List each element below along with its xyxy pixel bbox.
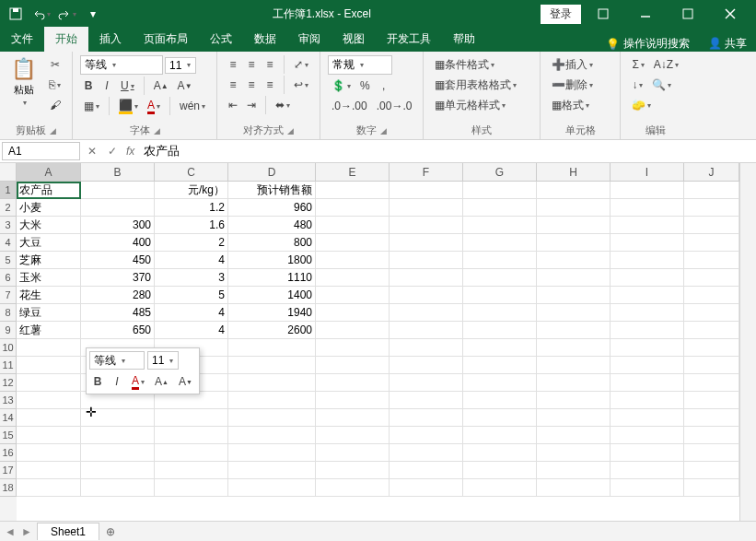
- increase-indent-icon[interactable]: ⇥: [243, 96, 260, 114]
- cell[interactable]: [463, 374, 537, 392]
- cell[interactable]: [684, 322, 739, 339]
- cell[interactable]: [316, 339, 390, 357]
- tab-开发工具[interactable]: 开发工具: [376, 27, 442, 52]
- cell[interactable]: [684, 269, 739, 287]
- phonetic-icon[interactable]: wén▾: [176, 97, 209, 115]
- chevron-right-icon[interactable]: ►: [21, 525, 32, 538]
- select-all-corner[interactable]: [0, 163, 17, 182]
- cell[interactable]: [537, 234, 611, 252]
- cell[interactable]: 芝麻: [17, 252, 81, 269]
- cell[interactable]: [390, 304, 463, 322]
- cell[interactable]: [684, 217, 739, 234]
- cell[interactable]: [463, 199, 537, 217]
- cell[interactable]: [463, 252, 537, 269]
- cell[interactable]: [390, 444, 463, 462]
- cell[interactable]: [228, 409, 316, 427]
- sort-filter-icon[interactable]: A↓Z▾: [650, 55, 682, 74]
- font-size-combo[interactable]: 11▾: [165, 57, 196, 74]
- cell[interactable]: [390, 339, 463, 357]
- cell[interactable]: [463, 304, 537, 322]
- cell[interactable]: 960: [228, 199, 316, 217]
- borders-icon[interactable]: ▦▾: [80, 97, 103, 115]
- tab-审阅[interactable]: 审阅: [287, 27, 331, 52]
- cell[interactable]: [316, 357, 390, 374]
- worksheet-grid[interactable]: ABCDEFGHIJ 123456789101112131415161718 农…: [0, 163, 739, 521]
- cell[interactable]: [611, 217, 684, 234]
- cell[interactable]: 大豆: [17, 234, 81, 252]
- row-header[interactable]: 18: [0, 479, 17, 497]
- cell[interactable]: [684, 392, 739, 409]
- mini-italic-button[interactable]: I: [109, 372, 125, 391]
- align-left-icon[interactable]: ≡: [225, 76, 241, 94]
- align-center-icon[interactable]: ≡: [243, 76, 260, 94]
- mini-shrink-font-icon[interactable]: A▼: [175, 372, 196, 391]
- cell-styles-button[interactable]: ▦ 单元格样式▾: [431, 96, 532, 114]
- cell[interactable]: [684, 357, 739, 374]
- cell[interactable]: [81, 479, 155, 497]
- cell[interactable]: 红薯: [17, 322, 81, 339]
- cell[interactable]: [463, 234, 537, 252]
- column-header[interactable]: I: [611, 163, 684, 182]
- mini-size-combo[interactable]: 11▾: [147, 351, 179, 370]
- format-painter-icon[interactable]: 🖌: [45, 96, 64, 114]
- cell[interactable]: 400: [81, 234, 155, 252]
- cell[interactable]: [228, 444, 316, 462]
- column-header[interactable]: G: [463, 163, 537, 182]
- cell[interactable]: [684, 182, 739, 199]
- cell[interactable]: 2: [155, 234, 228, 252]
- cell[interactable]: [463, 444, 537, 462]
- cell[interactable]: [684, 479, 739, 497]
- cell[interactable]: [155, 444, 228, 462]
- clear-icon[interactable]: 🧽▾: [628, 96, 655, 114]
- cell[interactable]: 2600: [228, 322, 316, 339]
- wrap-text-icon[interactable]: ↩▾: [290, 76, 312, 94]
- mini-grow-font-icon[interactable]: A▲: [151, 372, 172, 391]
- row-header[interactable]: 17: [0, 462, 17, 479]
- row-header[interactable]: 16: [0, 444, 17, 462]
- close-icon[interactable]: [710, 0, 750, 28]
- shrink-font-icon[interactable]: A▼: [174, 76, 196, 95]
- row-header[interactable]: 4: [0, 234, 17, 252]
- mini-bold-button[interactable]: B: [89, 372, 106, 391]
- cell[interactable]: [537, 269, 611, 287]
- cell[interactable]: [17, 444, 81, 462]
- column-header[interactable]: C: [155, 163, 228, 182]
- cell[interactable]: [537, 444, 611, 462]
- cell[interactable]: [17, 409, 81, 427]
- cell[interactable]: [537, 427, 611, 444]
- cell[interactable]: [463, 339, 537, 357]
- cell[interactable]: [316, 252, 390, 269]
- cell[interactable]: [463, 479, 537, 497]
- cell[interactable]: [390, 462, 463, 479]
- align-top-icon[interactable]: ≡: [225, 55, 241, 74]
- cell[interactable]: [537, 252, 611, 269]
- cancel-formula-icon[interactable]: ✕: [82, 145, 102, 158]
- ribbon-options-icon[interactable]: [583, 0, 623, 28]
- cell[interactable]: [684, 199, 739, 217]
- align-middle-icon[interactable]: ≡: [243, 55, 260, 74]
- cell[interactable]: [228, 357, 316, 374]
- cell[interactable]: [390, 182, 463, 199]
- column-header[interactable]: A: [17, 163, 81, 182]
- mini-font-combo[interactable]: 等线▾: [89, 351, 145, 370]
- undo-icon[interactable]: ▾: [31, 4, 52, 24]
- cell[interactable]: [537, 339, 611, 357]
- cell[interactable]: [684, 374, 739, 392]
- cell[interactable]: [390, 199, 463, 217]
- cell[interactable]: [463, 182, 537, 199]
- cell[interactable]: 小麦: [17, 199, 81, 217]
- cell[interactable]: [684, 462, 739, 479]
- cell[interactable]: 1800: [228, 252, 316, 269]
- cell[interactable]: [228, 479, 316, 497]
- cell[interactable]: [537, 409, 611, 427]
- cell[interactable]: 5: [155, 287, 228, 304]
- cell[interactable]: [316, 269, 390, 287]
- number-format-combo[interactable]: 常规▾: [328, 55, 392, 75]
- cell[interactable]: 4: [155, 252, 228, 269]
- dialog-launcher-icon[interactable]: ◢: [50, 126, 56, 135]
- cell[interactable]: [390, 479, 463, 497]
- decrease-indent-icon[interactable]: ⇤: [225, 96, 241, 114]
- save-icon[interactable]: [6, 4, 26, 24]
- cell[interactable]: [537, 357, 611, 374]
- cell[interactable]: [17, 374, 81, 392]
